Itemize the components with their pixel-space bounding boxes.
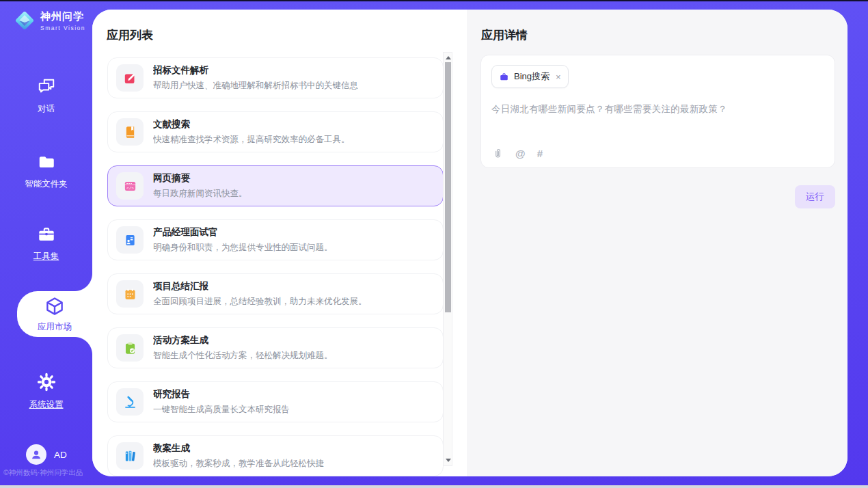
hash-icon[interactable]: #: [537, 148, 543, 159]
user-account[interactable]: AD: [26, 444, 67, 465]
avatar: [26, 444, 46, 465]
app-title: 活动方案生成: [153, 334, 333, 347]
clipboard-check-icon: [123, 341, 137, 355]
scrollbar[interactable]: [443, 52, 452, 466]
microscope-icon: [123, 395, 137, 409]
app-list-item-bid-parse[interactable]: 招标文件解析 帮助用户快速、准确地理解和解析招标书中的关键信息: [107, 57, 444, 98]
tool-chip-label: Bing搜索: [514, 70, 550, 83]
app-title: 项目总结汇报: [153, 280, 367, 293]
window-top-edge: [0, 0, 868, 1]
gear-icon: [37, 372, 56, 392]
attachment-icon[interactable]: [492, 148, 504, 159]
chip-close-icon[interactable]: ×: [556, 72, 561, 81]
app-title: 研究报告: [153, 388, 290, 401]
app-desc: 帮助用户快速、准确地理解和解析招标书中的关键信息: [153, 80, 358, 92]
briefcase-icon: [499, 72, 509, 82]
chat-icon: [37, 78, 56, 96]
app-detail-panel: 应用详情 Bing搜索 × 今日湖北有哪些新闻要点？有哪些需要关注的最新政策？ …: [467, 10, 847, 476]
sidebar: 神州问学 Smart Vision 对话 智能文件夹 工具集 应用市场: [0, 1, 92, 488]
books-icon: [123, 449, 137, 463]
sidebar-item-label: 系统设置: [0, 399, 92, 411]
app-list-title: 应用列表: [107, 27, 153, 43]
run-button[interactable]: 运行: [795, 185, 835, 208]
app-list-item-lesson-plan[interactable]: 教案生成 模板驱动，教案秒成，教学准备从此轻松快捷: [107, 435, 444, 476]
app-title: 产品经理面试官: [153, 226, 333, 239]
app-desc: 明确身份和职责，为您提供专业性的面试问题。: [153, 242, 333, 254]
app-list-panel: 应用列表 招标文件解析 帮助用户快速、准确地理解和解析招标书中的关键信息: [92, 10, 467, 476]
brand-subtitle: Smart Vision: [40, 25, 85, 31]
app-list-item-research-report[interactable]: 研究报告 一键智能生成高质量长文本研究报告: [107, 381, 444, 422]
brand-name: 神州问学: [40, 10, 85, 23]
sidebar-item-toolset[interactable]: 工具集: [0, 226, 92, 262]
cube-icon: [44, 296, 65, 316]
app-logo: 神州问学 Smart Vision: [14, 10, 85, 31]
sidebar-item-settings[interactable]: 系统设置: [0, 372, 92, 411]
scroll-up-icon[interactable]: [446, 56, 451, 59]
app-detail-title: 应用详情: [481, 27, 528, 43]
toolbox-icon: [37, 226, 56, 243]
app-desc: 模板驱动，教案秒成，教学准备从此轻松快捷: [153, 458, 324, 470]
app-icon-tile: [116, 442, 144, 470]
app-desc: 全面回顾项目进展，总结经验教训，助力未来优化发展。: [153, 296, 367, 308]
app-icon-tile: [116, 118, 144, 146]
sidebar-item-label: 工具集: [0, 251, 92, 262]
composer-toolbar: @ #: [492, 148, 543, 159]
person-icon: [29, 448, 43, 461]
sidebar-item-label: 应用市场: [17, 321, 92, 333]
sidebar-item-chat[interactable]: 对话: [0, 78, 92, 115]
app-title: 教案生成: [153, 442, 324, 455]
tool-chip-bing-search[interactable]: Bing搜索 ×: [491, 65, 569, 88]
calendar-icon: [123, 287, 137, 301]
window-bottom-edge: [0, 485, 868, 488]
pen-square-icon: [123, 71, 137, 85]
app-desc: 一键智能生成高质量长文本研究报告: [153, 404, 290, 416]
app-title: 文献搜索: [153, 118, 350, 131]
browser-icon: </>: [123, 179, 137, 193]
app-icon-tile: </>: [116, 172, 144, 200]
copyright-text: ©神州数码·神州问学出品: [3, 468, 92, 478]
sidebar-item-smart-folder[interactable]: 智能文件夹: [0, 153, 92, 190]
scroll-down-icon[interactable]: [446, 459, 451, 462]
app-title: 招标文件解析: [153, 64, 358, 77]
app-title: 网页摘要: [153, 172, 247, 185]
folder-icon: [37, 153, 56, 171]
sidebar-item-label: 智能文件夹: [0, 178, 92, 190]
main-content: 应用列表 招标文件解析 帮助用户快速、准确地理解和解析招标书中的关键信息: [92, 10, 847, 476]
app-icon-tile: [116, 64, 144, 92]
resume-icon: [123, 233, 137, 247]
app-list-item-pm-interviewer[interactable]: 产品经理面试官 明确身份和职责，为您提供专业性的面试问题。: [107, 219, 444, 260]
app-list-item-literature-search[interactable]: 文献搜索 快速精准查找学术资源，提高研究效率的必备工具。: [107, 111, 444, 152]
app-list-item-web-summary[interactable]: </> 网页摘要 每日政府新闻资讯快查。: [107, 165, 444, 206]
sidebar-item-label: 对话: [0, 103, 92, 115]
prompt-text[interactable]: 今日湖北有哪些新闻要点？有哪些需要关注的最新政策？: [491, 103, 824, 116]
sidebar-item-app-market[interactable]: 应用市场: [17, 291, 92, 337]
app-list-item-event-plan[interactable]: 活动方案生成 智能生成个性化活动方案，轻松解决规划难题。: [107, 327, 444, 368]
diamond-logo-icon: [14, 10, 36, 31]
prompt-card[interactable]: Bing搜索 × 今日湖北有哪些新闻要点？有哪些需要关注的最新政策？ @ #: [480, 55, 835, 168]
app-desc: 快速精准查找学术资源，提高研究效率的必备工具。: [153, 134, 350, 146]
app-list: 招标文件解析 帮助用户快速、准确地理解和解析招标书中的关键信息 文献搜索 快速精…: [107, 57, 444, 476]
app-desc: 智能生成个性化活动方案，轻松解决规划难题。: [153, 350, 333, 362]
scrollbar-thumb[interactable]: [445, 62, 451, 312]
user-name: AD: [54, 450, 67, 460]
book-icon: [123, 125, 137, 139]
svg-text:</>: </>: [126, 185, 134, 190]
app-icon-tile: [116, 280, 144, 308]
app-icon-tile: [116, 334, 144, 362]
app-icon-tile: [116, 388, 144, 416]
app-desc: 每日政府新闻资讯快查。: [153, 188, 247, 200]
app-icon-tile: [116, 226, 144, 254]
mention-icon[interactable]: @: [515, 148, 526, 159]
app-list-item-project-summary[interactable]: 项目总结汇报 全面回顾项目进展，总结经验教训，助力未来优化发展。: [107, 273, 444, 314]
